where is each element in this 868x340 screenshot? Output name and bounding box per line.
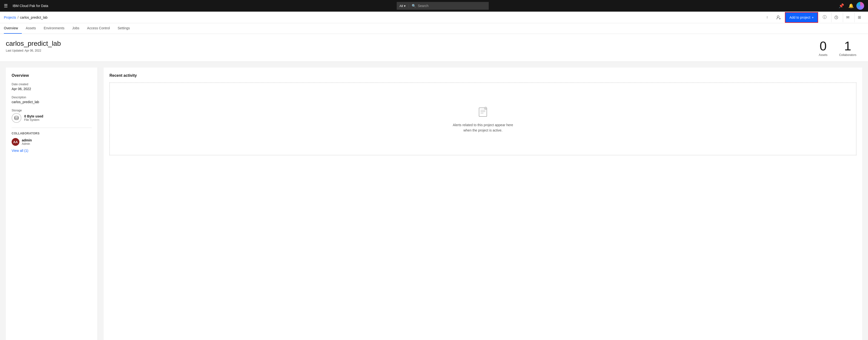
collaborator-avatar: AA	[11, 138, 20, 146]
tab-jobs[interactable]: Jobs	[68, 23, 83, 34]
breadcrumb-separator: /	[18, 16, 19, 19]
storage-section: Storage 0 Byte used File System	[11, 109, 92, 123]
search-filter-dropdown[interactable]: All ▾	[400, 4, 409, 8]
tab-overview[interactable]: Overview	[4, 23, 22, 34]
search-input[interactable]	[418, 4, 486, 8]
main-content: Overview Date created Apr 06, 2022 Descr…	[0, 62, 868, 340]
collaborators-section: Collaborators AA admin Admin View all (1…	[11, 132, 92, 153]
tab-environments[interactable]: Environments	[40, 23, 68, 34]
storage-row: 0 Byte used File System	[11, 113, 92, 123]
svg-point-2	[14, 116, 19, 118]
storage-type: File System	[24, 118, 43, 122]
storage-used: 0 Byte used	[24, 114, 43, 118]
storage-icon	[11, 113, 21, 123]
storage-info: 0 Byte used File System	[24, 114, 43, 122]
view-all-link[interactable]: View all (1)	[11, 149, 92, 153]
collaborator-name: admin	[22, 138, 32, 142]
recent-activity-title: Recent activity	[110, 73, 857, 78]
add-collaborator-icon[interactable]	[774, 12, 783, 22]
tab-settings[interactable]: Settings	[114, 23, 134, 34]
assets-stat: 0 Assets	[819, 40, 828, 57]
collaborators-stat: 1 Collaborators	[839, 40, 857, 57]
breadcrumb: Projects / carlos_predict_lab	[4, 16, 762, 19]
tab-access-control[interactable]: Access Control	[83, 23, 114, 34]
collaborator-info: admin Admin	[22, 138, 32, 146]
tabs-bar: Overview Assets Environments Jobs Access…	[0, 23, 868, 34]
date-created-label: Date created	[11, 83, 92, 86]
search-icon: 🔍	[412, 4, 416, 8]
search-filter-label: All	[400, 4, 403, 8]
empty-activity-box: Alerts related to this project appear he…	[110, 83, 857, 155]
assets-count: 0	[819, 40, 828, 52]
add-to-project-label: Add to project	[789, 16, 810, 19]
assets-label: Assets	[819, 53, 828, 57]
add-to-project-plus-icon: +	[812, 16, 814, 19]
user-avatar[interactable]	[857, 2, 864, 10]
bell-icon[interactable]: 🔔	[847, 1, 856, 10]
search-wrapper: All ▾ 🔍	[397, 2, 489, 10]
recent-activity-panel: Recent activity Alerts related to this p…	[104, 68, 862, 340]
hamburger-menu-icon[interactable]: ☰	[4, 3, 8, 8]
description-label: Description	[11, 96, 92, 99]
collaborator-initials: AA	[13, 140, 18, 144]
chevron-down-icon: ▾	[404, 4, 406, 8]
collaborators-label: Collaborators	[839, 53, 857, 57]
collaborators-section-title: Collaborators	[11, 132, 92, 135]
upload-icon[interactable]: ↑	[762, 12, 772, 22]
add-to-project-button[interactable]: Add to project +	[785, 12, 817, 22]
breadcrumb-projects-link[interactable]: Projects	[4, 16, 16, 19]
svg-point-0	[777, 16, 779, 18]
info-icon[interactable]: ⓘ	[819, 12, 829, 22]
project-last-updated: Last Updated: Apr 06, 2022	[6, 49, 61, 52]
description-value: carlos_predict_lab	[11, 100, 92, 104]
tab-assets[interactable]: Assets	[22, 23, 40, 34]
date-created-section: Date created Apr 06, 2022	[11, 83, 92, 91]
collaborators-count: 1	[839, 40, 857, 52]
breadcrumb-current-project: carlos_predict_lab	[20, 16, 48, 19]
overview-panel-title: Overview	[11, 73, 92, 78]
empty-activity-text: Alerts related to this project appear he…	[453, 122, 513, 133]
date-created-value: Apr 06, 2022	[11, 87, 92, 91]
storage-label: Storage	[11, 109, 92, 112]
description-section: Description carlos_predict_lab	[11, 96, 92, 104]
collaborator-row: AA admin Admin	[11, 138, 92, 146]
topbar-right-icons: 📌 🔔	[837, 1, 864, 10]
project-header: carlos_predict_lab Last Updated: Apr 06,…	[0, 34, 868, 62]
mail-icon[interactable]: ✉	[843, 12, 852, 22]
empty-activity-icon	[476, 105, 490, 119]
grid-icon[interactable]: ⊞	[855, 12, 864, 22]
project-stats: 0 Assets 1 Collaborators	[819, 40, 862, 57]
search-area: All ▾ 🔍	[51, 2, 834, 10]
action-bar-right: ↑ Add to project + ⓘ ✉ ⊞	[762, 12, 864, 22]
action-bar: Projects / carlos_predict_lab ↑ Add to p…	[0, 11, 868, 23]
project-title-block: carlos_predict_lab Last Updated: Apr 06,…	[6, 40, 61, 52]
topbar: ☰ IBM Cloud Pak for Data All ▾ 🔍 📌 🔔	[0, 0, 868, 11]
collaborator-role: Admin	[22, 142, 32, 146]
project-title: carlos_predict_lab	[6, 40, 61, 48]
overview-left-panel: Overview Date created Apr 06, 2022 Descr…	[6, 68, 98, 340]
pin-icon[interactable]: 📌	[837, 1, 846, 10]
app-brand-name: IBM Cloud Pak for Data	[12, 4, 48, 8]
history-icon[interactable]	[831, 12, 841, 22]
